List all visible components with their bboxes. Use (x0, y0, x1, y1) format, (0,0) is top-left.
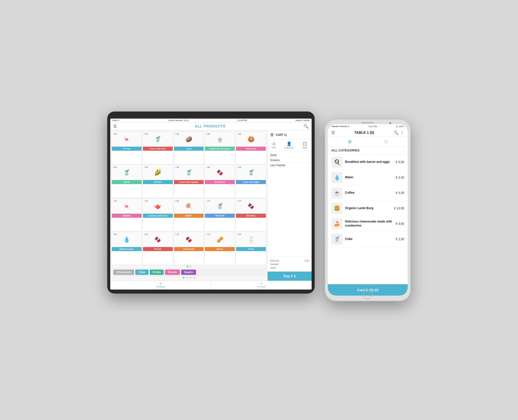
numpad-nav-item[interactable]: ⊞ Numpad (211, 281, 312, 290)
grid-view-tab[interactable]: ⊞ (348, 139, 352, 144)
phone-list-item[interactable]: 🥤Coke€ 2,50 (328, 232, 408, 247)
products-nav-item[interactable]: ⊞ Products (110, 281, 211, 290)
phone-home-button[interactable] (363, 290, 372, 299)
product-price: 1.75 (206, 233, 211, 235)
tablet-status-bar: iPad ✈ Countr version: 4.4.2 12:28 PM St… (110, 119, 312, 122)
product-price: 1.95 (237, 166, 242, 168)
pay-button[interactable]: Pay € 5 (268, 272, 312, 281)
product-card[interactable]: 2.00🍬Tic tac (112, 132, 142, 164)
category-tab-chips[interactable]: Chips (135, 270, 148, 275)
chevron-right-icon: › (403, 149, 404, 152)
product-card[interactable]: 1.00🥛Fristi (236, 232, 266, 265)
cart-item[interactable]: Sprite (270, 153, 309, 158)
cart-footer: Discount 0.00 Subtotal Taxes (268, 257, 312, 272)
phone-page-title: TABLE 1 (6) (336, 130, 392, 135)
cart-item[interactable]: Lay's Paprika (270, 163, 309, 168)
product-card[interactable]: 1.75🥜Reese (205, 232, 235, 265)
phone-search-icon[interactable]: 🔍 (394, 130, 399, 135)
cat-dot-1[interactable] (183, 277, 184, 278)
phone-item-price: € 4,00 (396, 191, 404, 195)
print-action[interactable]: 🖨 Print (272, 141, 276, 149)
product-label: Doritos (143, 180, 173, 184)
category-tab-sweets[interactable]: Sweets (165, 270, 180, 275)
phone-time: 4:21 PM (369, 125, 377, 128)
product-card[interactable]: 1.95🥤Coca cola light (236, 165, 266, 198)
product-label: Kit kat (143, 247, 173, 251)
cart-discount-row: Discount 0.00 (270, 259, 309, 262)
phone-list-item[interactable]: 🍳Breakfast with bacon and eggs€ 5,00 (328, 154, 408, 170)
product-label: Mineral water (112, 247, 142, 251)
taxes-label: Taxes (270, 267, 276, 269)
phone-carrier: ●●●●● VIRGIN ✈ (332, 125, 350, 128)
product-card[interactable]: 1.95🥤Coca cola regular (174, 165, 204, 198)
customers-action[interactable]: 👤 Customers (284, 141, 294, 149)
product-card[interactable]: 1.50🌽Doritos (143, 165, 173, 198)
product-card[interactable]: 2.00🥤Sprite (112, 165, 142, 198)
phone-camera (389, 122, 391, 124)
product-card[interactable]: 1.50💧Mineral water (112, 232, 142, 265)
product-card[interactable]: 1.50🥔Lay's (174, 132, 204, 164)
trash-icon[interactable]: 🗑 (270, 132, 274, 137)
product-card[interactable]: 2.00🍵Lipton Ice tea green (205, 132, 235, 164)
cart-items-list: SpriteSnickersLay's Paprika (268, 151, 312, 257)
cart-header: 🗑 CART 1( (268, 130, 312, 139)
discount-value: 0.00 (305, 259, 309, 262)
phone-item-name: Organic Lamb Burg (345, 206, 392, 210)
customers-icon: 👤 (287, 141, 292, 146)
phone-section-header[interactable]: ALL CATEGORIES › (328, 147, 408, 154)
product-label: Coca cola regular (174, 180, 204, 184)
phone-view-tabs: ⊞ ⊞ (328, 137, 408, 147)
phone-item-price: € 10,95 (394, 207, 404, 210)
product-label: Reese (205, 247, 235, 251)
dot-1[interactable] (187, 266, 188, 267)
menu-icon[interactable]: ☰ (113, 124, 117, 129)
product-price: 1.95 (144, 133, 149, 135)
phone-more-icon[interactable]: ⋮ (400, 130, 404, 135)
phone-status-bar: ●●●●● VIRGIN ✈ 4:21 PM 🔋 22% (328, 124, 408, 129)
category-tab-all-products[interactable]: All products (113, 270, 134, 275)
list-view-tab[interactable]: ⊞ (384, 139, 388, 144)
product-card[interactable]: 1.89🍪Oreo mini (236, 132, 266, 164)
phone-item-name: Delicious cheesecake made with cranberri… (345, 220, 393, 228)
phone-device: ●●●●● VIRGIN ✈ 4:21 PM 🔋 22% ☰ TABLE 1 (… (325, 119, 411, 301)
category-tab-drinks[interactable]: Drinks (150, 270, 164, 275)
product-label: Red bull (205, 214, 235, 218)
phone-list-item[interactable]: 🍔Organic Lamb Burg€ 10,95 (328, 201, 408, 216)
phone-list-item[interactable]: 🍰Delicious cheesecake made with cranberr… (328, 216, 408, 232)
product-label: M&M's (174, 214, 204, 218)
order-action[interactable]: 📋 Order (302, 141, 307, 149)
product-card[interactable]: 1.30🍬Skittles (112, 199, 142, 231)
phone-list-item[interactable]: 💧Water€ 2,40 (328, 170, 408, 185)
phone-item-name: Water (345, 175, 393, 180)
cart-item[interactable]: Snickers (270, 158, 309, 163)
phone-item-image: 🥤 (331, 234, 342, 245)
product-card[interactable]: 3.50🍭M&M's (174, 199, 204, 231)
product-card[interactable]: 1.45🍫Chocomel (174, 232, 204, 265)
tablet-screen: iPad ✈ Countr version: 4.4.2 12:28 PM St… (110, 119, 312, 290)
search-icon[interactable]: 🔍 (304, 124, 309, 129)
dot-2[interactable] (190, 266, 191, 267)
product-card[interactable]: 1.45🍫Hershey's (205, 165, 235, 198)
product-card[interactable]: 1.75🥤Red bull (205, 199, 235, 231)
product-card[interactable]: 1.95🥤Coca cola zero (143, 132, 173, 164)
product-card[interactable]: 1.75🍫Snickers (236, 199, 266, 231)
tablet-page-title: ALL PRODUCTS (119, 124, 301, 128)
product-price: 1.30 (113, 200, 118, 202)
product-card[interactable]: 1.00🫖Arizona green tea (143, 199, 173, 231)
product-price: 1.50 (175, 133, 180, 135)
category-tab-snacks[interactable]: Snacks (181, 270, 196, 275)
product-card[interactable]: 2.50🍫Kit kat (143, 232, 173, 265)
tablet-status: Status: Online (295, 119, 310, 122)
phone-screen: ●●●●● VIRGIN ✈ 4:21 PM 🔋 22% ☰ TABLE 1 (… (328, 124, 408, 296)
phone-menu-icon[interactable]: ☰ (331, 130, 335, 135)
cat-dot-4[interactable] (193, 277, 195, 278)
cat-dot-3[interactable] (190, 277, 191, 278)
product-label: Coca cola light (236, 180, 266, 184)
cat-dot-2[interactable] (186, 277, 188, 278)
phone-item-price: € 2,50 (396, 237, 404, 241)
product-label: Lay's (174, 147, 204, 151)
numpad-nav-label: Numpad (257, 285, 266, 288)
category-tabs: All productsChipsDrinksSweetsSnacks (112, 268, 266, 276)
phone-item-price: € 5,00 (396, 160, 404, 164)
phone-list-item[interactable]: ☕Coffee€ 4,00 (328, 185, 408, 201)
